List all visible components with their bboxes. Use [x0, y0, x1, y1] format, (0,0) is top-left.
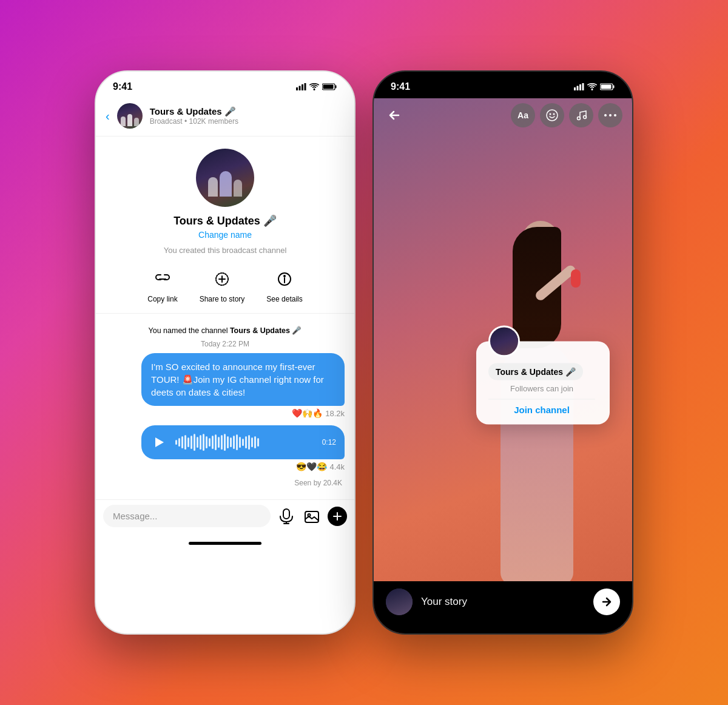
message-timestamp: Today 2:22 PM — [106, 340, 345, 348]
svg-marker-15 — [155, 437, 164, 447]
story-image-area: Tours & Updates 🎤 Followers can join Joi… — [374, 132, 632, 633]
svg-rect-30 — [601, 85, 612, 89]
message-input-bar: Message... — [96, 499, 354, 539]
header-channel-name: Tours & Updates 🎤 — [150, 106, 345, 117]
copy-link-label: Copy link — [147, 295, 177, 303]
battery-icon-right — [600, 83, 615, 90]
phone-right: 9:41 — [372, 70, 633, 635]
music-tool-button[interactable] — [569, 103, 593, 127]
svg-rect-6 — [335, 86, 337, 89]
svg-rect-7 — [323, 85, 334, 89]
status-icons-left — [296, 83, 337, 90]
messages-area: You named the channel Tours & Updates 🎤 … — [96, 314, 354, 499]
reactions-row-2: 😎🖤😂 4.4k — [296, 462, 345, 471]
share-to-story-button[interactable]: Share to story — [200, 267, 245, 303]
play-button[interactable] — [150, 433, 169, 452]
story-tool-buttons: Aa — [511, 103, 622, 127]
svg-point-32 — [550, 113, 551, 115]
copy-link-button[interactable]: Copy link — [147, 267, 177, 303]
story-toolbar: Aa — [374, 98, 632, 132]
reaction-emojis-1: ❤️🙌🔥 — [292, 408, 323, 418]
next-arrow-icon — [601, 596, 613, 608]
svg-rect-26 — [582, 83, 584, 90]
reaction-emojis-2: 😎🖤😂 — [296, 462, 327, 471]
sticker-tool-button[interactable] — [540, 103, 564, 127]
gallery-button[interactable] — [302, 507, 322, 526]
text-tool-label: Aa — [517, 110, 528, 120]
more-tool-button[interactable] — [598, 103, 622, 127]
channel-avatar-header — [117, 103, 143, 129]
svg-rect-3 — [305, 83, 306, 90]
story-bottom-bar: Your story — [374, 581, 632, 633]
time-right: 9:41 — [391, 81, 410, 92]
svg-point-4 — [314, 89, 315, 90]
channel-name-large: Tours & Updates 🎤 — [174, 214, 277, 228]
text-tool-button[interactable]: Aa — [511, 103, 535, 127]
svg-rect-23 — [574, 87, 576, 90]
svg-rect-0 — [296, 87, 298, 90]
story-next-button[interactable] — [593, 589, 620, 615]
card-channel-name: Tours & Updates 🎤 — [488, 363, 583, 380]
story-user-avatar — [386, 589, 413, 615]
battery-icon — [322, 83, 337, 90]
action-buttons-row: Copy link Share to story — [147, 265, 302, 303]
voice-message-bubble: 0:12 — [141, 425, 345, 459]
svg-point-31 — [547, 110, 558, 121]
svg-point-34 — [578, 117, 581, 120]
svg-rect-24 — [577, 86, 579, 91]
svg-rect-29 — [613, 86, 615, 89]
story-back-button[interactable] — [383, 104, 405, 126]
svg-rect-25 — [579, 84, 581, 90]
wifi-icon-right — [587, 83, 597, 90]
signal-icon-right — [574, 83, 584, 90]
system-msg-prefix: You — [149, 326, 161, 335]
channel-info-section: Tours & Updates 🎤 Change name You create… — [96, 137, 354, 314]
see-details-button[interactable]: See details — [266, 267, 302, 303]
seen-by-text: Seen by 20.4K — [106, 479, 345, 487]
status-icons-right — [574, 83, 615, 90]
svg-point-33 — [553, 113, 555, 115]
svg-point-35 — [584, 116, 587, 119]
status-bar-left: 9:41 — [96, 72, 354, 98]
system-msg-channel: Tours & Updates 🎤 — [230, 326, 302, 335]
channel-avatar-large — [196, 149, 254, 207]
sticker-icon — [546, 109, 558, 121]
your-story-label: Your story — [421, 596, 585, 608]
chat-header: ‹ Tours & Updates 🎤 Broadcast • 102K mem… — [96, 98, 354, 137]
signal-icon — [296, 83, 306, 90]
status-bar-right: 9:41 — [374, 72, 632, 98]
reaction-count-1: 18.2k — [325, 409, 345, 418]
svg-rect-1 — [299, 86, 301, 91]
channel-card-overlay: Tours & Updates 🎤 Followers can join Joi… — [476, 342, 610, 425]
phone-left: 9:41 — [95, 70, 356, 635]
svg-point-27 — [592, 89, 593, 90]
reaction-count-2: 4.4k — [329, 462, 345, 471]
share-story-icon — [210, 267, 234, 291]
microphone-button[interactable] — [277, 507, 296, 526]
svg-point-38 — [614, 114, 616, 116]
add-button[interactable] — [328, 507, 347, 526]
svg-point-36 — [604, 114, 607, 116]
created-text: You created this broadcast channel — [164, 246, 287, 255]
header-subtitle: Broadcast • 102K members — [150, 117, 345, 126]
back-button[interactable]: ‹ — [106, 109, 110, 123]
svg-point-37 — [609, 114, 612, 116]
card-followers-text: Followers can join — [488, 384, 595, 393]
svg-rect-16 — [283, 509, 289, 519]
wifi-icon — [309, 83, 319, 90]
system-msg-text: named the channel — [161, 326, 230, 335]
message-placeholder: Message... — [113, 511, 157, 521]
story-content: 9:41 — [374, 72, 632, 633]
message-text-1: I'm SO excited to announce my first-ever… — [151, 362, 324, 397]
svg-rect-2 — [302, 84, 303, 90]
message-bubble-1: I'm SO excited to announce my first-ever… — [141, 353, 345, 406]
home-indicator-left — [189, 542, 261, 545]
change-name-link[interactable]: Change name — [198, 230, 252, 240]
system-message: You named the channel Tours & Updates 🎤 — [106, 326, 345, 335]
voice-duration: 0:12 — [322, 438, 336, 447]
copy-link-icon — [150, 267, 175, 291]
waveform — [175, 434, 316, 451]
message-input[interactable]: Message... — [103, 505, 271, 527]
join-channel-button[interactable]: Join channel — [488, 399, 595, 415]
more-icon — [604, 114, 616, 116]
